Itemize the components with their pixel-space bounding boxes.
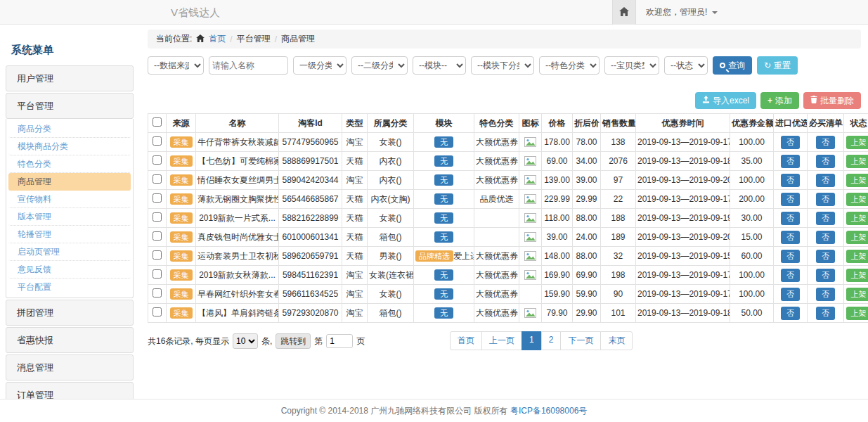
row-checkbox[interactable] — [153, 288, 162, 298]
row-checkbox[interactable] — [153, 307, 162, 316]
must-buy-toggle[interactable]: 否 — [816, 174, 835, 187]
must-buy-toggle[interactable]: 否 — [816, 212, 835, 225]
import-select-toggle[interactable]: 否 — [781, 136, 800, 149]
sidebar-item-1-6[interactable]: 轮播管理 — [8, 226, 131, 243]
module-cell: 无 — [414, 152, 474, 171]
must-buy-toggle[interactable]: 否 — [816, 307, 835, 320]
sidebar-group-1[interactable]: 平台管理 — [6, 93, 134, 119]
home-button[interactable] — [612, 0, 636, 25]
must-buy-toggle[interactable]: 否 — [816, 269, 835, 282]
user-menu[interactable]: 欢迎您，管理员! — [636, 0, 868, 25]
level2-category-select[interactable]: --二级分类-- — [351, 56, 408, 75]
source-badge: 采集 — [170, 193, 193, 205]
sidebar-item-1-7[interactable]: 启动页管理 — [8, 243, 131, 261]
page-2-button[interactable]: 2 — [541, 331, 562, 350]
level1-category-select[interactable]: 一级分类 — [293, 56, 346, 75]
must-buy-toggle[interactable]: 否 — [816, 155, 835, 168]
import-select-toggle[interactable]: 否 — [781, 307, 800, 320]
must-buy-toggle[interactable]: 否 — [816, 193, 835, 206]
import-select-toggle[interactable]: 否 — [781, 212, 800, 225]
status-badge[interactable]: 上架 — [846, 212, 868, 225]
import-select-toggle[interactable]: 否 — [781, 193, 800, 206]
last-page-button[interactable]: 末页 — [600, 331, 633, 350]
prev-page-button[interactable]: 上一页 — [481, 331, 522, 350]
status-select[interactable]: --状态-- — [664, 56, 708, 75]
row-checkbox[interactable] — [153, 136, 162, 146]
table-row: 采集2019新款女秋薄款...598451162391淘宝女装(连衣裙)无大额优… — [148, 266, 868, 285]
select-all-checkbox[interactable] — [153, 117, 162, 127]
name-search-input[interactable] — [209, 56, 288, 75]
col-header-1: 来源 — [167, 114, 196, 133]
sidebar-item-1-5[interactable]: 版本管理 — [8, 208, 131, 226]
reset-button[interactable]: ↻重置 — [757, 56, 798, 75]
per-page-select[interactable]: 10 — [233, 333, 258, 349]
page-1-button[interactable]: 1 — [522, 331, 542, 350]
module-select[interactable]: --模块-- — [413, 56, 466, 75]
sidebar-group-3[interactable]: 省惠快报 — [6, 327, 134, 353]
status-badge[interactable]: 上架 — [846, 250, 868, 263]
breadcrumb-home-link[interactable]: 首页 — [209, 33, 226, 45]
sidebar-group-2[interactable]: 拼团管理 — [6, 300, 134, 326]
sidebar-item-1-3[interactable]: 商品管理 — [8, 173, 131, 191]
row-checkbox[interactable] — [153, 193, 162, 203]
feature-category-cell — [474, 209, 519, 228]
import-select-toggle[interactable]: 否 — [781, 174, 800, 187]
batch-delete-button[interactable]: 批量删除 — [803, 92, 861, 109]
sidebar-group-0[interactable]: 用户管理 — [6, 65, 134, 91]
row-checkbox[interactable] — [153, 269, 162, 279]
must-buy-cell: 否 — [808, 285, 844, 304]
breadcrumb-item-goods[interactable]: 商品管理 — [281, 33, 315, 45]
status-badge[interactable]: 上架 — [846, 155, 868, 168]
feature-category-select[interactable]: --特色分类-- — [539, 56, 600, 75]
status-badge[interactable]: 上架 — [846, 174, 868, 187]
row-checkbox[interactable] — [153, 155, 162, 165]
status-badge[interactable]: 上架 — [846, 307, 868, 320]
breadcrumb-item-platform[interactable]: 平台管理 — [237, 33, 271, 45]
source-cell: 采集 — [167, 247, 196, 266]
discount-price-cell: 24.00 — [573, 228, 601, 247]
jump-button[interactable]: 跳转到 — [276, 333, 311, 349]
import-select-toggle[interactable]: 否 — [781, 269, 800, 282]
row-checkbox[interactable] — [153, 212, 162, 222]
row-checkbox[interactable] — [153, 231, 162, 241]
sidebar-item-1-8[interactable]: 意见反馈 — [8, 261, 131, 279]
row-checkbox[interactable] — [153, 250, 162, 260]
price-cell: 178.00 — [542, 133, 573, 152]
import-select-toggle[interactable]: 否 — [781, 155, 800, 168]
sidebar-item-1-9[interactable]: 平台配置 — [8, 279, 131, 296]
sidebar-item-1-0[interactable]: 商品分类 — [8, 120, 131, 138]
status-badge[interactable]: 上架 — [846, 269, 868, 282]
query-button[interactable]: 查询 — [713, 56, 752, 75]
import-select-toggle[interactable]: 否 — [781, 250, 800, 263]
col-header-2: 名称 — [196, 114, 279, 133]
add-button[interactable]: + 添加 — [760, 92, 799, 109]
status-badge[interactable]: 上架 — [846, 231, 868, 244]
copyright-text: Copyright © 2014-2018 广州九驰网络科技有限公司 版权所有 — [281, 406, 508, 416]
status-badge[interactable]: 上架 — [846, 136, 868, 149]
coupon-time-cell: 2019-09-13—2019-09-17 — [636, 133, 730, 152]
first-page-button[interactable]: 首页 — [450, 331, 482, 350]
col-header-6: 模块 — [414, 114, 474, 133]
next-page-button[interactable]: 下一页 — [560, 331, 601, 350]
page-number-input[interactable] — [326, 334, 353, 348]
sidebar-item-1-1[interactable]: 模块商品分类 — [8, 138, 131, 155]
must-buy-toggle[interactable]: 否 — [816, 250, 835, 263]
import-select-toggle[interactable]: 否 — [781, 231, 800, 244]
icp-link[interactable]: 粤ICP备16098006号 — [510, 406, 587, 416]
status-badge[interactable]: 上架 — [846, 288, 868, 301]
sidebar-group-4[interactable]: 消息管理 — [6, 354, 134, 381]
must-buy-toggle[interactable]: 否 — [816, 288, 835, 301]
must-buy-toggle[interactable]: 否 — [816, 231, 835, 244]
item-type-select[interactable]: --宝贝类型-- — [604, 56, 659, 75]
module-sub-select[interactable]: --模块下分类-- — [471, 56, 534, 75]
data-source-select[interactable]: --数据来源-- — [148, 56, 204, 75]
import-select-toggle[interactable]: 否 — [781, 288, 800, 301]
sidebar-item-1-2[interactable]: 特色分类 — [8, 155, 131, 173]
import-excel-button[interactable]: 导入excel — [695, 92, 756, 109]
must-buy-toggle[interactable]: 否 — [816, 136, 835, 149]
status-cell: 上架 — [844, 247, 868, 266]
status-badge[interactable]: 上架 — [846, 193, 868, 206]
coupon-time-cell: 2019-09-13—2019-09-19 — [636, 209, 730, 228]
row-checkbox[interactable] — [153, 174, 162, 184]
sidebar-item-1-4[interactable]: 宣传物料 — [8, 191, 131, 208]
